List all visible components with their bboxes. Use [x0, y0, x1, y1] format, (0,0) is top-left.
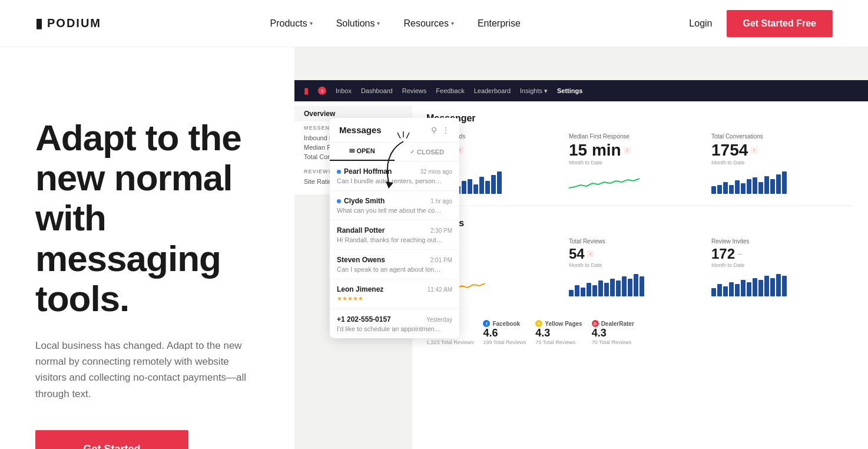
msg-name: Clyde Smith: [337, 197, 385, 205]
msg-preview: Can I speak to an agent about long-term …: [337, 266, 443, 273]
yellowpages-rating: Y Yellow Pages 4.3 75 Total Reviews: [535, 320, 582, 345]
total-reviews-label: Total Reviews: [569, 238, 702, 245]
dash-nav-leaderboard[interactable]: Leaderboard: [474, 87, 511, 94]
msg-name: Leon Jimenez: [337, 285, 383, 293]
hero-title: Adapt to the new normal with messaging t…: [35, 118, 259, 319]
review-invites-label: Review Invites: [711, 238, 844, 245]
chevron-down-icon: ▾: [377, 20, 380, 27]
message-item[interactable]: Randall Potter 2:30 PM Hi Randall, thank…: [330, 220, 459, 250]
notification-badge: 3: [318, 87, 326, 95]
message-item[interactable]: Steven Owens 2:01 PM Can I speak to an a…: [330, 250, 459, 279]
msg-preview: What can you tell me about the coverage …: [337, 207, 443, 214]
total-conv-label: Total Conversations: [711, 133, 844, 140]
message-item[interactable]: Leon Jimenez 11:42 AM ★★★★★: [330, 279, 459, 309]
hero-left: Adapt to the new normal with messaging t…: [0, 47, 294, 449]
ratings-row: G Google 4.8 1,323 Total Reviews f Faceb…: [426, 320, 854, 345]
search-icon[interactable]: ⚲: [431, 126, 437, 135]
navbar: ▮ PODIUM Products ▾ Solutions ▾ Resource…: [0, 0, 868, 47]
dealerrater-source: D DealerRater: [592, 320, 634, 327]
nav-products[interactable]: Products ▾: [270, 18, 312, 29]
review-invites-block: Review Invites 172 — Month to Date: [711, 238, 854, 296]
total-reviews-subtext: Month to Date: [569, 262, 702, 268]
messages-header: Messages ⚲ ⋮: [330, 118, 459, 143]
open-tab-icon: ✉: [349, 147, 355, 154]
dealerrater-rating: D DealerRater 4.3 70 Total Reviews: [592, 320, 634, 345]
dash-nav-dashboard[interactable]: Dashboard: [361, 87, 393, 94]
facebook-badge: f: [483, 320, 490, 327]
more-options-icon[interactable]: ⋮: [442, 126, 450, 135]
tab-open[interactable]: ✉ OPEN: [330, 143, 395, 161]
total-conv-chart: [711, 170, 844, 194]
nav-actions: Login Get Started Free: [689, 10, 833, 37]
facebook-rating: f Facebook 4.6 199 Total Reviews: [483, 320, 526, 345]
google-count: 1,323 Total Reviews: [426, 339, 473, 345]
nav-resources[interactable]: Resources ▾: [403, 18, 453, 29]
msg-name: Steven Owens: [337, 256, 385, 264]
dr-count: 70 Total Reviews: [592, 339, 634, 345]
nav-cta-button[interactable]: Get Started Free: [727, 10, 833, 37]
nav-enterprise[interactable]: Enterprise: [478, 18, 521, 29]
yp-score: 4.3: [535, 327, 582, 339]
reviews-stats-row: Site Ratings 4.8 ↑ Month to Date Total R…: [426, 238, 854, 308]
podium-dash-logo: ▮: [304, 86, 309, 95]
logo-icon: ▮: [35, 16, 42, 31]
msg-name: Pearl Hoffman: [337, 167, 392, 176]
dash-nav-insights[interactable]: Insights ▾: [520, 87, 548, 95]
hero-cta-button[interactable]: Get Started Free: [35, 430, 188, 449]
msg-preview: Can I bundle auto, renters, personal pro…: [337, 177, 443, 184]
logo[interactable]: ▮ PODIUM: [35, 16, 101, 31]
reviews-stats-title: Reviews: [426, 218, 854, 229]
messenger-stats-row: Inbound Leads 413 ↑ Month to Date Median…: [426, 133, 854, 206]
yellowpages-source: Y Yellow Pages: [535, 320, 582, 327]
median-response-subtext: Month to Date: [569, 160, 702, 166]
dashboard-bar: ▮ 3 Inbox Dashboard Reviews Feedback Lea…: [294, 80, 868, 101]
messenger-stats-title: Messenger: [426, 113, 854, 124]
total-reviews-block: Total Reviews 54 ↑ Month to Date: [569, 238, 711, 296]
facebook-count: 199 Total Reviews: [483, 339, 526, 345]
nav-solutions[interactable]: Solutions ▾: [336, 18, 380, 29]
dash-nav-settings[interactable]: Settings: [557, 87, 582, 94]
messages-title: Messages: [339, 125, 382, 135]
msg-time: 2:01 PM: [430, 257, 452, 263]
tab-closed[interactable]: ✓ CLOSED: [395, 143, 459, 161]
yp-count: 75 Total Reviews: [535, 339, 582, 345]
msg-time: 32 mins ago: [420, 169, 452, 175]
messages-tabs: ✉ OPEN ✓ CLOSED: [330, 143, 459, 161]
line-chart-svg: [569, 170, 640, 194]
median-response-block: Median First Response 15 min ↑ Month to …: [569, 133, 711, 194]
chevron-down-icon: ▾: [451, 20, 454, 27]
messages-icons: ⚲ ⋮: [431, 126, 450, 135]
unread-dot: [337, 199, 341, 203]
total-reviews-value: 54: [569, 247, 585, 261]
unread-dot: [337, 170, 341, 174]
star-rating: ★★★★★: [337, 295, 452, 302]
msg-time: Yesterday: [426, 316, 452, 323]
review-invites-value: 172: [711, 247, 735, 261]
dash-nav-feedback[interactable]: Feedback: [436, 87, 464, 94]
chevron-down-icon: ▾: [310, 20, 313, 27]
nav-links: Products ▾ Solutions ▾ Resources ▾ Enter…: [270, 18, 520, 29]
yp-badge: Y: [535, 320, 542, 327]
msg-time: 2:30 PM: [430, 227, 452, 234]
messages-panel: Messages ⚲ ⋮ ✉ OPEN ✓ CLOSED: [330, 118, 459, 338]
dash-nav-reviews[interactable]: Reviews: [402, 87, 427, 94]
msg-time: 11:42 AM: [428, 286, 452, 293]
total-conv-value: 1754: [711, 142, 748, 159]
median-response-value: 15 min: [569, 142, 621, 159]
hero-section: Adapt to the new normal with messaging t…: [0, 47, 868, 449]
message-item[interactable]: Pearl Hoffman 32 mins ago Can I bundle a…: [330, 161, 459, 191]
login-button[interactable]: Login: [689, 18, 712, 29]
logo-text: PODIUM: [47, 16, 101, 30]
total-conv-subtext: Month to Date: [711, 160, 844, 166]
msg-preview: I'd like to schedule an appointment with…: [337, 325, 443, 332]
total-conversations-block: Total Conversations 1754 ↑ Month to Date: [711, 133, 854, 194]
msg-name: Randall Potter: [337, 226, 385, 235]
dash-nav-inbox[interactable]: Inbox: [336, 87, 352, 94]
message-item[interactable]: +1 202-555-0157 Yesterday I'd like to sc…: [330, 309, 459, 338]
review-invites-subtext: Month to Date: [711, 262, 844, 268]
hero-right: ▮ 3 Inbox Dashboard Reviews Feedback Lea…: [294, 47, 868, 449]
msg-name: +1 202-555-0157: [337, 315, 391, 323]
dr-badge: D: [592, 320, 599, 327]
message-item[interactable]: Clyde Smith 1 hr ago What can you tell m…: [330, 191, 459, 220]
median-response-label: Median First Response: [569, 133, 702, 140]
